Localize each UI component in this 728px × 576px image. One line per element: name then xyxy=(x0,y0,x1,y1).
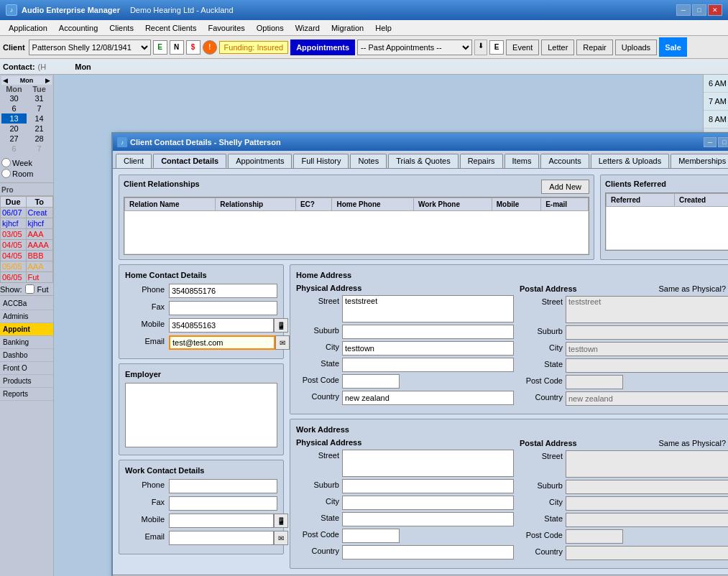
home-phys-country-input[interactable] xyxy=(342,391,514,405)
client-select[interactable]: Patterson Shelly 12/08/1941 xyxy=(29,40,151,55)
cal-day[interactable]: 30 xyxy=(1,93,27,103)
home-fax-input[interactable] xyxy=(169,301,277,315)
menu-recent-clients[interactable]: Recent Clients xyxy=(139,22,203,34)
home-post-city-input[interactable] xyxy=(566,342,728,356)
add-new-button[interactable]: Add New xyxy=(541,180,589,194)
cal-next-btn[interactable]: ▶ xyxy=(45,77,50,84)
sidebar-item-banking[interactable]: Banking xyxy=(0,336,53,349)
work-mobile-input[interactable] xyxy=(169,514,274,528)
mobile-icon-btn[interactable]: 📱 xyxy=(274,318,288,333)
home-phys-city-input[interactable] xyxy=(342,341,514,356)
due-row[interactable]: 04/05AAAA xyxy=(1,240,53,251)
cal-day-today[interactable]: 13 xyxy=(1,113,27,124)
due-row[interactable]: kjhcfkjhcf xyxy=(1,218,53,229)
tab-memberships[interactable]: Memberships xyxy=(671,154,728,168)
work-post-suburb-input[interactable] xyxy=(566,480,728,494)
work-email-icon-btn[interactable]: ✉ xyxy=(274,531,288,545)
home-phys-suburb-input[interactable] xyxy=(342,325,514,339)
home-phys-street-input[interactable]: teststreet xyxy=(342,295,514,322)
room-radio[interactable] xyxy=(1,169,11,178)
due-row[interactable]: 04/05BBB xyxy=(1,251,53,261)
minimize-button[interactable]: ─ xyxy=(676,4,691,16)
home-post-street-input[interactable]: teststreet xyxy=(566,296,728,323)
menu-help[interactable]: Help xyxy=(369,22,397,34)
email-icon-btn[interactable]: ✉ xyxy=(275,335,290,350)
cal-day[interactable]: 14 xyxy=(27,113,52,124)
tab-notes[interactable]: Notes xyxy=(350,154,387,168)
work-post-street-input[interactable] xyxy=(566,450,728,478)
work-post-city-input[interactable] xyxy=(566,496,728,511)
work-post-postcode-input[interactable] xyxy=(566,529,623,544)
fut-checkbox[interactable] xyxy=(25,284,34,294)
work-phys-state-input[interactable] xyxy=(342,512,514,526)
work-phys-city-input[interactable] xyxy=(342,496,514,510)
work-mobile-icon-btn[interactable]: 📱 xyxy=(274,514,288,528)
work-email-input[interactable] xyxy=(169,531,274,545)
sidebar-item-accba[interactable]: ACCBa xyxy=(0,297,53,310)
badge-s[interactable]: $ xyxy=(186,40,201,55)
close-button[interactable]: ✕ xyxy=(708,4,722,16)
tab-client[interactable]: Client xyxy=(116,154,152,168)
appointments-button[interactable]: Appointments xyxy=(290,40,355,55)
home-post-suburb-input[interactable] xyxy=(566,325,728,340)
uploads-button[interactable]: Uploads xyxy=(615,40,657,55)
cal-day[interactable]: 20 xyxy=(1,124,27,134)
home-mobile-input[interactable] xyxy=(169,318,274,333)
home-phys-state-input[interactable] xyxy=(342,358,514,372)
dialog-maximize-btn[interactable]: □ xyxy=(718,137,728,147)
home-phys-postcode-input[interactable] xyxy=(342,374,400,389)
cal-day[interactable]: 31 xyxy=(27,93,52,103)
tab-appointments[interactable]: Appointments xyxy=(228,154,292,168)
cal-day[interactable]: 7 xyxy=(27,103,52,113)
cal-day[interactable]: 7 xyxy=(27,144,52,154)
cal-day[interactable]: 27 xyxy=(1,134,27,144)
tab-letters-uploads[interactable]: Letters & Uploads xyxy=(591,154,669,168)
tab-full-history[interactable]: Full History xyxy=(293,154,349,168)
maximize-button[interactable]: □ xyxy=(692,4,706,16)
tab-trials-quotes[interactable]: Trials & Quotes xyxy=(388,154,458,168)
tab-items[interactable]: Items xyxy=(504,154,540,168)
menu-favourites[interactable]: Favourites xyxy=(202,22,250,34)
menu-application[interactable]: Application xyxy=(3,22,53,34)
work-phys-country-input[interactable] xyxy=(342,545,514,559)
sidebar-item-appoint[interactable]: Appoint xyxy=(0,323,53,336)
menu-migration[interactable]: Migration xyxy=(326,22,369,34)
cal-prev-btn[interactable]: ◀ xyxy=(3,77,8,84)
menu-wizard[interactable]: Wizard xyxy=(290,22,326,34)
dialog-minimize-btn[interactable]: ─ xyxy=(704,137,717,147)
employer-textarea[interactable] xyxy=(125,383,277,447)
repair-button[interactable]: Repair xyxy=(576,40,612,55)
sale-button[interactable]: Sale xyxy=(659,37,687,57)
work-fax-input[interactable] xyxy=(169,496,277,511)
work-phone-input[interactable] xyxy=(169,479,277,493)
cal-day[interactable]: 6 xyxy=(1,103,27,113)
home-email-input[interactable] xyxy=(169,335,275,350)
due-row[interactable]: 06/05Fut xyxy=(1,272,53,283)
badge-e2[interactable]: E xyxy=(489,40,504,55)
event-button[interactable]: Event xyxy=(506,40,539,55)
past-appointments-select[interactable]: -- Past Appointments -- xyxy=(357,40,472,55)
tab-contact-details[interactable]: Contact Details xyxy=(153,154,226,168)
sidebar-item-adminis[interactable]: Adminis xyxy=(0,310,53,323)
work-post-country-input[interactable] xyxy=(566,546,728,560)
menu-clients[interactable]: Clients xyxy=(103,22,139,34)
sidebar-item-reports[interactable]: Reports xyxy=(0,388,53,401)
home-post-state-input[interactable] xyxy=(566,358,728,373)
work-phys-postcode-input[interactable] xyxy=(342,529,400,543)
cal-day[interactable]: 28 xyxy=(27,134,52,144)
sidebar-item-fronto[interactable]: Front O xyxy=(0,362,53,375)
home-post-postcode-input[interactable] xyxy=(566,375,623,389)
work-phys-street-input[interactable] xyxy=(342,450,514,477)
letter-button[interactable]: Letter xyxy=(541,40,574,55)
home-post-country-input[interactable] xyxy=(566,391,728,406)
funding-button[interactable]: Funding: Insured xyxy=(219,41,289,54)
warning-badge[interactable]: ! xyxy=(203,40,217,55)
sidebar-item-products[interactable]: Products xyxy=(0,375,53,388)
tab-accounts[interactable]: Accounts xyxy=(540,154,589,168)
home-phone-input[interactable] xyxy=(169,284,277,298)
menu-options[interactable]: Options xyxy=(251,22,290,34)
download-icon-btn[interactable]: ⬇ xyxy=(474,40,487,55)
badge-n[interactable]: N xyxy=(170,40,184,55)
cal-day[interactable]: 21 xyxy=(27,124,52,134)
work-phys-suburb-input[interactable] xyxy=(342,479,514,493)
